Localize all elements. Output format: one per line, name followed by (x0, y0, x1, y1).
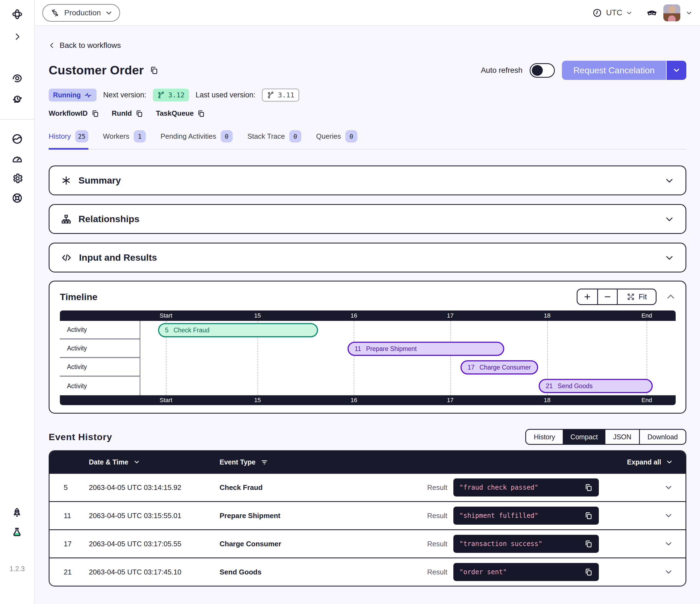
chevron-down-icon (666, 458, 673, 466)
main-content: Back to workflows Customer Order Auto re… (35, 27, 700, 604)
panel-title: Relationships (78, 214, 140, 224)
run-id-copy[interactable]: RunId (112, 109, 144, 118)
axis-tick: 16 (351, 312, 357, 319)
git-branch-icon (157, 91, 165, 99)
timeline-bar-check-fraud[interactable]: 5 Check Fraud (158, 323, 318, 337)
copy-icon (149, 66, 158, 75)
sitemap-icon (61, 214, 71, 224)
event-id: 5 (49, 483, 89, 492)
copy-result-button[interactable] (584, 539, 593, 548)
plus-icon (583, 293, 592, 301)
event-row-prepare-shipment[interactable]: 11 2063-04-05 UTC 03:15:55.01 Prepare Sh… (49, 501, 685, 529)
rocket-icon[interactable] (11, 507, 23, 518)
tab-history[interactable]: History 25 (49, 130, 88, 150)
chevron-down-icon (665, 176, 674, 185)
row-label-activity: Activity (60, 339, 140, 358)
app-root: 1.2.3 Production UTC (0, 0, 700, 604)
copy-result-button[interactable] (584, 483, 593, 492)
expand-row-chevron-icon[interactable] (664, 539, 673, 549)
event-row-charge-consumer[interactable]: 17 2063-04-05 UTC 03:17:05.55 Charge Con… (49, 529, 685, 557)
summary-panel-header[interactable]: Summary (49, 166, 686, 195)
fit-button[interactable]: Fit (617, 289, 656, 304)
support-lifering-icon[interactable] (11, 192, 23, 204)
event-type: Prepare Shipment (220, 511, 427, 520)
namespace-switcher[interactable]: Production (42, 4, 120, 22)
task-queue-copy[interactable]: TaskQueue (156, 109, 205, 118)
copy-result-button[interactable] (584, 567, 593, 576)
panel-title: Summary (78, 175, 121, 186)
tab-count-badge: 25 (75, 130, 88, 143)
zoom-out-button[interactable] (597, 289, 617, 304)
git-branch-icon (267, 91, 275, 99)
timezone-selector[interactable]: UTC (592, 8, 632, 18)
copy-icon (584, 483, 593, 492)
tab-count-badge: 1 (134, 130, 146, 143)
back-to-workflows-link[interactable]: Back to workflows (49, 41, 121, 50)
auto-refresh-label: Auto refresh (481, 66, 523, 75)
tab-bar: History 25 Workers 1 Pending Activities … (49, 130, 686, 150)
view-history-button[interactable]: History (526, 430, 563, 444)
relationships-panel-header[interactable]: Relationships (49, 204, 686, 234)
event-row-check-fraud[interactable]: 5 2063-04-05 UTC 03:14:15.92 Check Fraud… (49, 473, 685, 501)
auto-refresh-toggle[interactable] (530, 63, 555, 78)
workflows-icon[interactable] (11, 72, 23, 84)
avatar[interactable] (664, 4, 680, 21)
chevron-down-icon (626, 10, 632, 16)
tab-pending-activities[interactable]: Pending Activities 0 (160, 130, 233, 150)
bar-label: Charge Consumer (479, 364, 531, 371)
code-icon (61, 252, 72, 263)
download-button[interactable]: Download (639, 430, 685, 444)
expand-row-chevron-icon[interactable] (664, 567, 673, 577)
tab-label: Stack Trace (247, 132, 285, 141)
expand-row-chevron-icon[interactable] (664, 483, 673, 492)
schedules-icon[interactable] (11, 93, 23, 105)
nexus-icon[interactable] (11, 133, 23, 145)
tab-workers[interactable]: Workers 1 (103, 130, 146, 150)
cancelation-menu-button[interactable] (667, 61, 686, 80)
account-chevron-down-icon[interactable] (686, 9, 692, 16)
labs-flask-icon[interactable] (11, 526, 23, 538)
next-version-value: 3.12 (168, 91, 184, 99)
status-row: Running Next version: 3.12 Last used ver… (49, 89, 686, 101)
expand-row-chevron-icon[interactable] (664, 511, 673, 520)
tab-stack-trace[interactable]: Stack Trace 0 (247, 130, 301, 150)
chevron-down-icon (665, 253, 674, 262)
axis-tick: Start (160, 397, 172, 404)
chevron-left-icon (49, 42, 55, 49)
workflow-id-copy[interactable]: WorkflowID (49, 109, 99, 118)
zoom-in-button[interactable] (577, 289, 597, 304)
event-history-view-switcher: History Compact JSON Download (525, 429, 686, 445)
result-chip: "transaction success" (453, 535, 599, 553)
expand-sidebar-chevron-icon[interactable] (11, 31, 23, 43)
timeline-bar-prepare-shipment[interactable]: 11 Prepare Shipment (348, 342, 504, 356)
input-results-panel-header[interactable]: Input and Results (49, 243, 686, 272)
labs-glasses-icon[interactable] (646, 7, 658, 19)
result-chip: "order sent" (453, 563, 599, 581)
copy-title-button[interactable] (149, 66, 158, 75)
usage-gauge-icon[interactable] (11, 153, 23, 165)
request-cancelation-button[interactable]: Request Cancelation (562, 61, 667, 80)
filter-event-type-button[interactable] (260, 458, 268, 466)
app-version: 1.2.3 (9, 565, 25, 573)
timeline-controls: Fit (577, 289, 676, 305)
expand-all-button[interactable]: Expand all (627, 458, 673, 466)
sort-date-button[interactable] (133, 458, 140, 465)
tab-queries[interactable]: Queries 0 (316, 130, 357, 150)
settings-gear-icon[interactable] (11, 172, 23, 184)
view-json-button[interactable]: JSON (605, 430, 639, 444)
view-compact-button[interactable]: Compact (563, 430, 605, 444)
task-queue-label: TaskQueue (156, 109, 194, 118)
event-row-send-goods[interactable]: 21 2063-04-05 UTC 03:17:45.10 Send Goods… (49, 557, 685, 586)
timeline-bar-charge-consumer[interactable]: 17 Charge Consumer (460, 360, 538, 375)
collapse-chevron-up-icon[interactable] (666, 292, 676, 302)
axis-tick: 17 (447, 312, 453, 319)
timeline-title: Timeline (60, 292, 97, 302)
event-table-header: Date & Time Event Type Expand all (49, 451, 685, 473)
temporal-logo-icon[interactable] (11, 8, 23, 20)
copy-icon (135, 110, 143, 118)
type-column-header: Event Type (220, 458, 627, 466)
timeline-bar-send-goods[interactable]: 21 Send Goods (539, 379, 653, 393)
copy-result-button[interactable] (584, 511, 593, 520)
expand-all-label: Expand all (627, 458, 661, 466)
axis-tick: 16 (351, 397, 357, 404)
